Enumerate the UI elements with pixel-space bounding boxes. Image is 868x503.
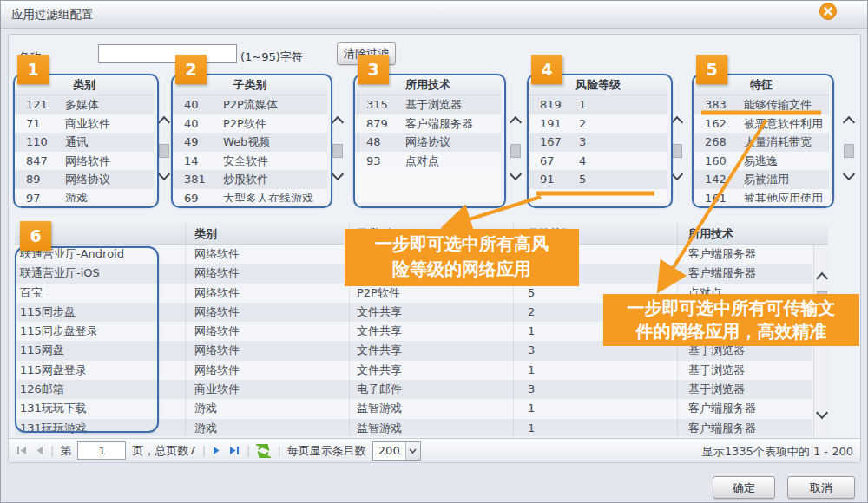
list-item[interactable]: 110通讯	[15, 133, 154, 152]
scroll-up-icon[interactable]	[671, 116, 683, 128]
list-item[interactable]: 8191	[529, 95, 667, 114]
list-subcategory: 子类别 40P2P流媒体 40P2P软件 49Web视频 14安全软件 381炒…	[173, 75, 327, 202]
list-item[interactable]: 1673	[529, 133, 667, 152]
list-category: 类别 121多媒体 71商业软件 110通讯 847网络软件 89网络协议 97…	[15, 75, 154, 202]
step-badge-3: 3	[358, 55, 389, 84]
cancel-button[interactable]: 取消	[787, 476, 855, 499]
list-item[interactable]: 381炒股软件	[173, 170, 327, 189]
per-page-select[interactable]: 200	[372, 441, 421, 461]
list-item[interactable]: 160易逃逸	[694, 152, 829, 171]
list-item[interactable]: 48网络协议	[355, 133, 501, 152]
table-row[interactable]: 126邮箱商业软件电子邮件3基于浏览器	[15, 380, 812, 399]
close-icon[interactable]	[819, 2, 838, 21]
scroll-down-icon[interactable]	[510, 168, 522, 180]
list-item[interactable]: 40P2P流媒体	[173, 95, 327, 114]
title-bar: 应用过滤组配置	[1, 1, 867, 29]
page-number-input[interactable]	[77, 441, 126, 460]
per-page-label: 每页显示条目数	[287, 443, 366, 459]
scroll-up-icon[interactable]	[332, 116, 344, 128]
list-item[interactable]: 49Web视频	[173, 133, 327, 152]
list-item[interactable]: 879客户端服务器	[355, 114, 501, 134]
scroll-up-icon[interactable]	[510, 116, 522, 128]
step-badge-1: 1	[17, 55, 49, 84]
callout-file-transfer: 一步即可选中所有可传输文 件的网络应用，高效精准	[603, 294, 859, 346]
list-feature: 特征 383能够传输文件 162被恶意软件利用 268大量消耗带宽 160易逃逸…	[694, 75, 829, 202]
column-header-category: 类别	[185, 223, 349, 244]
list-item[interactable]: 121多媒体	[15, 95, 154, 114]
scroll-thumb[interactable]	[672, 144, 682, 158]
scroll-down-icon[interactable]	[816, 407, 828, 419]
name-length-hint: (1~95)字符	[240, 49, 303, 65]
list-item[interactable]: 915	[529, 170, 667, 189]
dialog-title: 应用过滤组配置	[11, 7, 94, 23]
table-row[interactable]: 131玩玩游戏游戏益智游戏1客户端服务器	[15, 419, 812, 436]
scroll-down-icon[interactable]	[332, 168, 344, 180]
list-item[interactable]: 71商业软件	[15, 114, 154, 134]
list-item[interactable]: 162被恶意软件利用	[694, 114, 829, 134]
scroll-thumb[interactable]	[159, 144, 169, 158]
next-page-icon[interactable]	[212, 445, 222, 456]
name-input[interactable]	[98, 44, 237, 63]
step-badge-5: 5	[696, 55, 727, 84]
list-technology: 所用技术 315基于浏览器 879客户端服务器 48网络协议 93点对点	[355, 75, 501, 202]
list-item[interactable]: 383能够传输文件	[694, 95, 829, 114]
table-row[interactable]: 131玩玩下载游戏益智游戏1客户端服务器	[15, 399, 812, 418]
column-header-technology: 所用技术	[677, 223, 828, 244]
list-item[interactable]: 315基于浏览器	[355, 95, 501, 114]
list-item[interactable]: 93点对点	[355, 152, 501, 171]
app-filter-group-dialog: 应用过滤组配置 名称: (1~95)字符 清除过滤 类别 121多媒体 71商业…	[0, 0, 868, 503]
scroll-down-icon[interactable]	[158, 168, 170, 180]
list-item[interactable]: 847网络软件	[15, 152, 154, 171]
scroll-down-icon[interactable]	[671, 168, 683, 180]
table-row[interactable]: 115网盘登录网络软件文件共享1基于浏览器	[15, 361, 812, 380]
category-scrollbar[interactable]	[156, 95, 170, 203]
technology-scrollbar[interactable]	[508, 95, 522, 203]
list-item[interactable]: 268大量消耗带宽	[694, 133, 829, 152]
scroll-up-icon[interactable]	[816, 272, 828, 284]
scroll-up-icon[interactable]	[843, 116, 855, 128]
page-prefix: 第	[60, 443, 71, 459]
page-total-label: 页，总页数7	[132, 443, 195, 459]
first-page-icon[interactable]	[16, 445, 28, 456]
list-item[interactable]: 69大型多人在线游戏	[173, 189, 327, 203]
list-risk-level: 风险等级 8191 1912 1673 674 915	[529, 75, 667, 202]
list-item[interactable]: 674	[529, 152, 667, 171]
refresh-icon[interactable]	[256, 444, 271, 458]
scroll-thumb[interactable]	[332, 144, 343, 158]
list-item[interactable]: 161被其他应用使用	[694, 189, 829, 203]
feature-scrollbar[interactable]	[841, 95, 855, 203]
list-item[interactable]: 89网络协议	[15, 170, 154, 189]
subcategory-scrollbar[interactable]	[330, 95, 344, 203]
scroll-down-icon[interactable]	[843, 168, 855, 180]
callout-risk-selection: 一步即可选中所有高风 险等级的网络应用	[345, 229, 579, 286]
list-item[interactable]: 14安全软件	[173, 152, 327, 171]
prev-page-icon[interactable]	[34, 445, 44, 456]
list-item[interactable]: 40P2P软件	[173, 114, 327, 134]
list-item[interactable]: 97游戏	[15, 189, 154, 203]
scroll-up-icon[interactable]	[158, 116, 170, 128]
entries-summary: 显示1335个表项中的 1 - 200	[702, 444, 853, 460]
risk-level-scrollbar[interactable]	[669, 95, 683, 203]
ok-button[interactable]: 确定	[713, 476, 775, 499]
scroll-thumb[interactable]	[844, 144, 854, 158]
step-badge-4: 4	[531, 55, 562, 84]
last-page-icon[interactable]	[228, 445, 240, 456]
list-item[interactable]: 1912	[529, 114, 667, 134]
per-page-value: 200	[373, 444, 405, 457]
step-badge-6: 6	[20, 221, 51, 251]
list-item[interactable]: 142易被滥用	[694, 170, 829, 189]
scroll-thumb[interactable]	[510, 144, 521, 158]
chevron-down-icon	[405, 442, 420, 460]
step-badge-2: 2	[175, 55, 207, 84]
